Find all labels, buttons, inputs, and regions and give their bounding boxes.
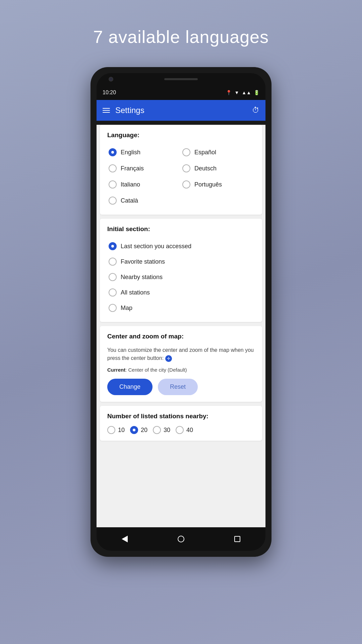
initial-label-all-stations: All stations	[121, 289, 150, 296]
recents-button[interactable]	[230, 532, 245, 546]
radio-30	[153, 426, 161, 434]
status-bar: 10:20 📍 ▼ ▲▲ 🔋	[97, 85, 265, 100]
nearby-option-20[interactable]: 20	[130, 426, 147, 434]
nearby-label-40: 40	[186, 427, 193, 434]
center-button-icon: ✛	[165, 355, 172, 362]
radio-francais	[109, 164, 117, 172]
language-section-title: Language:	[107, 131, 255, 139]
radio-map	[109, 304, 117, 312]
camera-dot	[109, 77, 113, 82]
status-icons: 📍 ▼ ▲▲ 🔋	[226, 90, 259, 95]
nearby-stations-title: Number of listed stations nearby:	[107, 413, 255, 420]
phone-shell: 10:20 📍 ▼ ▲▲ 🔋 Settings ⏱ Language:	[90, 67, 272, 557]
nearby-label-20: 20	[141, 427, 147, 434]
phone-top-bar	[97, 73, 265, 85]
nearby-option-40[interactable]: 40	[176, 426, 193, 434]
radio-20	[130, 426, 138, 434]
nearby-option-30[interactable]: 30	[153, 426, 170, 434]
initial-option-last-section[interactable]: Last section you accessed	[107, 239, 255, 254]
reset-button[interactable]: Reset	[158, 379, 198, 395]
radio-portugues	[182, 180, 190, 189]
nav-bar	[97, 527, 265, 551]
lang-label-italiano: Italiano	[121, 181, 140, 188]
initial-option-map[interactable]: Map	[107, 301, 255, 315]
wifi-icon: ▼	[234, 90, 239, 95]
radio-all-stations	[109, 288, 117, 297]
app-bar-title: Settings	[115, 106, 247, 115]
nearby-stations-options: 10 20 30 40	[107, 426, 255, 434]
nearby-label-30: 30	[164, 427, 170, 434]
signal-icon: ▲▲	[242, 90, 251, 95]
back-icon	[122, 536, 128, 542]
center-zoom-buttons: Change Reset	[107, 379, 255, 395]
initial-label-nearby-stations: Nearby stations	[121, 274, 163, 281]
language-section: Language: English Español Français	[100, 125, 262, 215]
lang-label-portugues: Português	[194, 181, 222, 188]
lang-option-espanol[interactable]: Español	[181, 145, 255, 160]
radio-english	[109, 148, 117, 156]
radio-favorite-stations	[109, 258, 117, 266]
phone-inner: 10:20 📍 ▼ ▲▲ 🔋 Settings ⏱ Language:	[97, 73, 265, 551]
radio-nearby-stations	[109, 273, 117, 281]
initial-option-all-stations[interactable]: All stations	[107, 285, 255, 300]
back-button[interactable]	[117, 532, 132, 546]
radio-10	[107, 426, 115, 434]
radio-espanol	[182, 148, 190, 156]
initial-section: Initial section: Last section you access…	[100, 219, 262, 322]
nearby-option-10[interactable]: 10	[107, 426, 125, 434]
home-button[interactable]	[174, 532, 188, 546]
language-options-grid: English Español Français Deutsch	[107, 145, 255, 208]
page-headline: 7 available languages	[93, 27, 269, 47]
location-icon: 📍	[226, 90, 232, 95]
lang-label-catala: Català	[121, 197, 138, 204]
initial-label-favorite-stations: Favorite stations	[121, 258, 165, 265]
center-zoom-description: You can customize the center and zoom of…	[107, 346, 255, 362]
lang-label-english: English	[121, 149, 140, 156]
radio-italiano	[109, 180, 117, 189]
radio-deutsch	[182, 164, 190, 172]
battery-icon: 🔋	[254, 90, 259, 95]
lang-option-english[interactable]: English	[107, 145, 181, 160]
center-zoom-section: Center and zoom of map: You can customiz…	[100, 326, 262, 402]
timer-icon[interactable]: ⏱	[252, 106, 259, 115]
radio-last-section	[109, 242, 117, 250]
initial-label-last-section: Last section you accessed	[121, 243, 191, 250]
recents-icon	[234, 536, 240, 542]
radio-40	[176, 426, 184, 434]
initial-option-nearby-stations[interactable]: Nearby stations	[107, 270, 255, 284]
nearby-stations-section: Number of listed stations nearby: 10 20 …	[100, 406, 262, 441]
nearby-label-10: 10	[118, 427, 125, 434]
lang-option-deutsch[interactable]: Deutsch	[181, 161, 255, 176]
lang-label-deutsch: Deutsch	[194, 165, 217, 172]
initial-section-title: Initial section:	[107, 225, 255, 233]
lang-label-espanol: Español	[194, 149, 216, 156]
hamburger-menu-icon[interactable]	[103, 108, 110, 113]
home-icon	[178, 536, 184, 542]
lang-label-francais: Français	[121, 165, 144, 172]
initial-option-favorite-stations[interactable]: Favorite stations	[107, 254, 255, 269]
center-zoom-current: Current: Center of the city (Default)	[107, 367, 255, 373]
center-zoom-title: Center and zoom of map:	[107, 333, 255, 340]
status-time: 10:20	[103, 90, 116, 96]
lang-option-francais[interactable]: Français	[107, 161, 181, 176]
lang-option-catala[interactable]: Català	[107, 193, 181, 208]
radio-catala	[109, 197, 117, 205]
change-button[interactable]: Change	[107, 379, 153, 395]
lang-option-italiano[interactable]: Italiano	[107, 177, 181, 192]
lang-option-portugues[interactable]: Português	[181, 177, 255, 192]
app-bar: Settings ⏱	[97, 100, 265, 121]
speaker-grille	[164, 78, 198, 80]
screen-content: Language: English Español Français	[97, 125, 265, 527]
initial-label-map: Map	[121, 305, 132, 312]
initial-section-options: Last section you accessed Favorite stati…	[107, 239, 255, 315]
